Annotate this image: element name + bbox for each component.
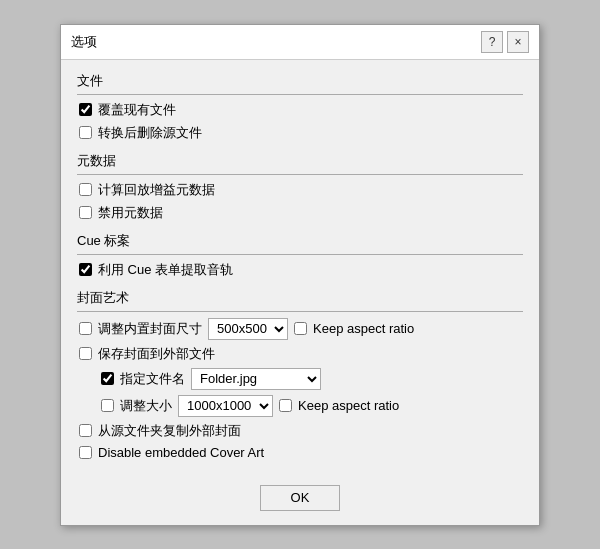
- delete-source-checkbox[interactable]: [79, 126, 92, 139]
- copy-external-checkbox[interactable]: [79, 424, 92, 437]
- cue-divider: [77, 254, 523, 255]
- metadata-divider: [77, 174, 523, 175]
- overwrite-checkbox[interactable]: [79, 103, 92, 116]
- disable-meta-checkbox[interactable]: [79, 206, 92, 219]
- keep-aspect-embedded-label: Keep aspect ratio: [313, 321, 414, 336]
- overwrite-row: 覆盖现有文件: [77, 101, 523, 119]
- resize-external-inline: 调整大小 1000x1000 500x500 800x800 Keep aspe…: [101, 395, 399, 417]
- filename-select[interactable]: Folder.jpg cover.jpg albumart.jpg: [191, 368, 321, 390]
- copy-external-row: 从源文件夹复制外部封面: [77, 422, 523, 440]
- use-cue-label: 利用 Cue 表单提取音轨: [98, 261, 233, 279]
- cover-art-section-label: 封面艺术: [77, 289, 523, 307]
- copy-external-label: 从源文件夹复制外部封面: [98, 422, 241, 440]
- cover-art-divider: [77, 311, 523, 312]
- close-button[interactable]: ×: [507, 31, 529, 53]
- resize-external-select[interactable]: 1000x1000 500x500 800x800: [178, 395, 273, 417]
- file-divider: [77, 94, 523, 95]
- save-external-row: 保存封面到外部文件: [77, 345, 523, 363]
- save-external-checkbox[interactable]: [79, 347, 92, 360]
- resize-cover-select[interactable]: 500x500 300x300 400x400 600x600 800x800: [208, 318, 288, 340]
- title-bar: 选项 ? ×: [61, 25, 539, 60]
- calc-gain-checkbox[interactable]: [79, 183, 92, 196]
- resize-cover-checkbox[interactable]: [79, 322, 92, 335]
- calc-gain-label: 计算回放增益元数据: [98, 181, 215, 199]
- resize-cover-row: 调整内置封面尺寸 500x500 300x300 400x400 600x600…: [77, 318, 523, 340]
- resize-cover-label: 调整内置封面尺寸: [98, 320, 202, 338]
- title-bar-actions: ? ×: [481, 31, 529, 53]
- dialog-content: 文件 覆盖现有文件 转换后删除源文件 元数据 计算回放增益元数据 禁用元数据 C…: [61, 60, 539, 475]
- dialog-footer: OK: [61, 475, 539, 525]
- disable-meta-label: 禁用元数据: [98, 204, 163, 222]
- keep-aspect-embedded-checkbox[interactable]: [294, 322, 307, 335]
- overwrite-label: 覆盖现有文件: [98, 101, 176, 119]
- disable-embedded-checkbox[interactable]: [79, 446, 92, 459]
- resize-cover-inline: 调整内置封面尺寸 500x500 300x300 400x400 600x600…: [79, 318, 414, 340]
- metadata-section-label: 元数据: [77, 152, 523, 170]
- disable-embedded-label: Disable embedded Cover Art: [98, 445, 264, 460]
- keep-aspect-external-label: Keep aspect ratio: [298, 398, 399, 413]
- use-cue-row: 利用 Cue 表单提取音轨: [77, 261, 523, 279]
- use-cue-checkbox[interactable]: [79, 263, 92, 276]
- cue-section-label: Cue 标案: [77, 232, 523, 250]
- specify-filename-row: 指定文件名 Folder.jpg cover.jpg albumart.jpg: [77, 368, 523, 390]
- delete-source-label: 转换后删除源文件: [98, 124, 202, 142]
- resize-external-row: 调整大小 1000x1000 500x500 800x800 Keep aspe…: [77, 395, 523, 417]
- save-external-label: 保存封面到外部文件: [98, 345, 215, 363]
- calc-gain-row: 计算回放增益元数据: [77, 181, 523, 199]
- specify-filename-checkbox[interactable]: [101, 372, 114, 385]
- file-section-label: 文件: [77, 72, 523, 90]
- title-bar-left: 选项: [71, 33, 97, 51]
- help-button[interactable]: ?: [481, 31, 503, 53]
- keep-aspect-external-checkbox[interactable]: [279, 399, 292, 412]
- specify-filename-inline: 指定文件名 Folder.jpg cover.jpg albumart.jpg: [101, 368, 321, 390]
- ok-button[interactable]: OK: [260, 485, 340, 511]
- disable-meta-row: 禁用元数据: [77, 204, 523, 222]
- delete-source-row: 转换后删除源文件: [77, 124, 523, 142]
- specify-filename-label: 指定文件名: [120, 370, 185, 388]
- disable-embedded-row: Disable embedded Cover Art: [77, 445, 523, 460]
- options-dialog: 选项 ? × 文件 覆盖现有文件 转换后删除源文件 元数据 计算回放增益元数据 …: [60, 24, 540, 526]
- resize-external-label: 调整大小: [120, 397, 172, 415]
- dialog-title: 选项: [71, 33, 97, 51]
- resize-external-checkbox[interactable]: [101, 399, 114, 412]
